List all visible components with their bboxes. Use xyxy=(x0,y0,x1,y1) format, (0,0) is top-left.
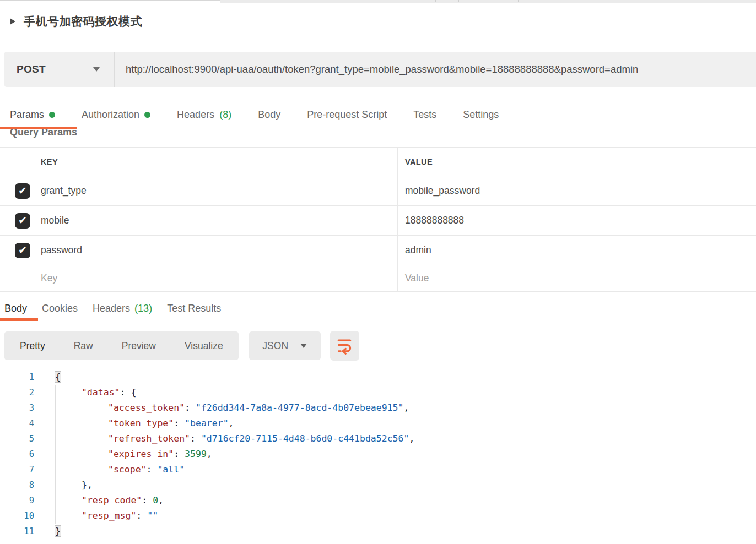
json-token-pun: }, xyxy=(82,480,93,490)
json-token-pun: { xyxy=(55,372,61,382)
line-number: 7 xyxy=(0,462,36,477)
active-tab-indicator xyxy=(0,127,77,129)
indent-guide xyxy=(55,447,82,462)
tab-divider xyxy=(458,0,459,2)
code-line-text: { xyxy=(36,369,61,385)
request-tab-tests[interactable]: Tests xyxy=(413,109,436,121)
json-token-str: "all" xyxy=(157,464,185,475)
json-token-pun: : { xyxy=(120,387,137,398)
json-token-pun: : xyxy=(174,418,185,428)
response-tab-cookies[interactable]: Cookies xyxy=(42,303,78,314)
indent-guide xyxy=(82,447,108,462)
code-line: 6"expires_in": 3599, xyxy=(0,447,756,462)
response-tab-body[interactable]: Body xyxy=(4,303,27,314)
json-token-key: "resp_msg" xyxy=(82,510,136,521)
request-tabs: ParamsAuthorizationHeaders(8)BodyPre-req… xyxy=(0,102,756,128)
tab-label: Test Results xyxy=(167,303,221,314)
view-mode-raw[interactable]: Raw xyxy=(74,340,93,352)
json-token-pun: : xyxy=(190,433,201,444)
param-key-cell[interactable]: password xyxy=(34,236,398,265)
tab-label: Headers xyxy=(93,303,130,314)
json-token-key: "refresh_token" xyxy=(108,433,190,444)
param-checkbox-cell: ✔ xyxy=(0,176,34,205)
inactive-window-tabs[interactable] xyxy=(220,0,756,3)
code-line: 10"resp_msg": "" xyxy=(0,508,756,524)
code-line: 1{ xyxy=(0,369,756,385)
request-tab-pre-request-script[interactable]: Pre-request Script xyxy=(307,109,387,121)
json-token-str: "d716cf20-7115-4d48-b6d0-c441bda52c56" xyxy=(201,433,409,444)
code-line: 2"datas": { xyxy=(0,385,756,400)
indent-guide xyxy=(82,462,108,477)
tab-label: Authorization xyxy=(82,109,139,121)
format-label: JSON xyxy=(262,340,288,352)
tab-label: Body xyxy=(4,303,27,314)
code-line-text: "token_type": "bearer", xyxy=(36,416,234,431)
indent-guide xyxy=(55,508,82,524)
response-tab-headers[interactable]: Headers(13) xyxy=(93,303,152,314)
request-tab-authorization[interactable]: Authorization xyxy=(82,109,150,121)
format-dropdown[interactable]: JSON xyxy=(249,331,321,360)
code-line-text: "scope": "all" xyxy=(36,462,185,477)
url-input[interactable]: http://localhost:9900/api-uaa/oauth/toke… xyxy=(115,52,756,87)
view-mode-visualize[interactable]: Visualize xyxy=(185,340,223,352)
json-token-pun: : xyxy=(147,464,158,475)
json-token-key: "expires_in" xyxy=(108,449,174,459)
line-number: 1 xyxy=(0,369,36,385)
response-toolbar: PrettyRawPreviewVisualize JSON xyxy=(0,331,756,361)
line-number: 3 xyxy=(0,400,36,416)
value-column-header: VALUE xyxy=(398,148,756,176)
tab-label: Headers xyxy=(177,109,214,121)
checkbox-checked-icon[interactable]: ✔ xyxy=(15,243,30,258)
green-dot-icon xyxy=(49,112,55,118)
request-tab-settings[interactable]: Settings xyxy=(463,109,499,121)
json-token-str: "" xyxy=(147,510,158,521)
param-value-cell[interactable]: mobile_password xyxy=(398,176,756,205)
method-label: POST xyxy=(17,63,46,75)
chevron-right-icon[interactable] xyxy=(10,18,15,25)
indent-guide xyxy=(55,493,82,508)
view-mode-preview[interactable]: Preview xyxy=(122,340,156,352)
param-checkbox-cell: ✔ xyxy=(0,206,34,235)
param-key-cell[interactable]: mobile xyxy=(34,206,398,235)
indent-guide xyxy=(55,416,82,431)
chevron-down-icon xyxy=(93,67,100,72)
indent-guide xyxy=(82,416,108,431)
json-token-pun: : xyxy=(174,449,185,459)
code-line-text: "datas": { xyxy=(36,385,136,400)
json-token-key: "resp_code" xyxy=(82,495,142,505)
code-line: 3"access_token": "f26dd344-7a8a-4977-8ac… xyxy=(0,400,756,416)
tab-label: Settings xyxy=(463,109,499,121)
select-column-header xyxy=(0,148,34,176)
chevron-down-icon xyxy=(300,344,307,348)
request-tab-headers[interactable]: Headers(8) xyxy=(177,109,231,121)
json-token-pun: , xyxy=(207,449,212,459)
json-token-key: "token_type" xyxy=(108,418,174,428)
new-param-key-input[interactable]: Key xyxy=(34,265,398,291)
method-dropdown[interactable]: POST xyxy=(4,52,115,87)
new-param-value-input[interactable]: Value xyxy=(398,265,756,291)
param-value-cell[interactable]: admin xyxy=(398,236,756,265)
code-line-text: "access_token": "f26dd344-7a8a-4977-8acd… xyxy=(36,400,409,416)
line-number: 9 xyxy=(0,493,36,508)
param-value-cell[interactable]: 18888888888 xyxy=(398,206,756,235)
json-token-pun: } xyxy=(55,526,61,536)
new-param-checkbox-cell xyxy=(0,265,34,291)
code-line-text: } xyxy=(36,524,61,539)
request-tab-body[interactable]: Body xyxy=(258,109,280,121)
wrap-text-button[interactable] xyxy=(330,331,359,361)
response-tab-test-results[interactable]: Test Results xyxy=(167,303,221,314)
indent-guide xyxy=(55,431,82,447)
code-line: 8}, xyxy=(0,477,756,493)
checkbox-checked-icon[interactable]: ✔ xyxy=(15,183,30,199)
code-line-text: "resp_msg": "" xyxy=(36,508,158,524)
active-window-tab[interactable] xyxy=(0,0,220,3)
response-body-viewer: 1{2"datas": {3"access_token": "f26dd344-… xyxy=(0,369,756,539)
window-tab-strip[interactable] xyxy=(0,0,756,3)
request-tab-params[interactable]: Params xyxy=(10,109,55,121)
view-mode-pretty[interactable]: Pretty xyxy=(20,340,45,352)
url-bar: POST http://localhost:9900/api-uaa/oauth… xyxy=(4,52,756,87)
checkbox-checked-icon[interactable]: ✔ xyxy=(15,213,30,229)
param-key-cell[interactable]: grant_type xyxy=(34,176,398,205)
tab-label: Body xyxy=(258,109,280,121)
json-token-str: "f26dd344-7a8a-4977-8acd-4b07ebeae915" xyxy=(196,402,404,413)
